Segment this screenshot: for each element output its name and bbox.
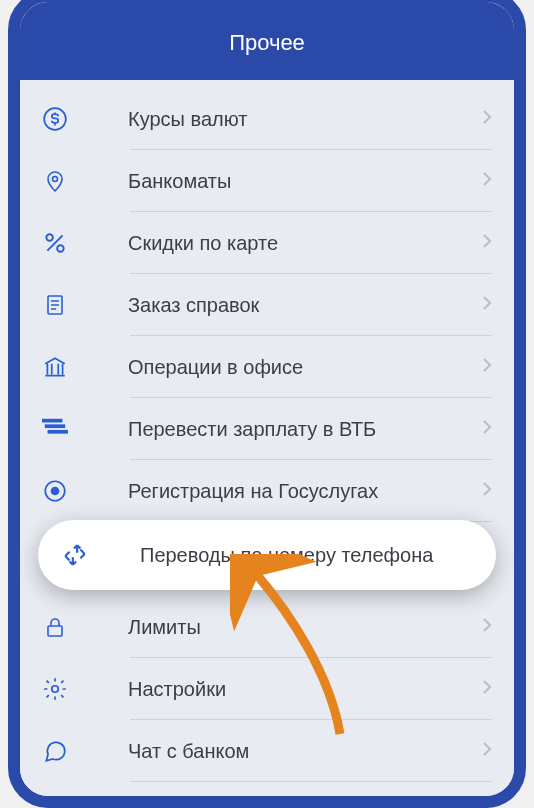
menu-item-label: Настройки <box>128 678 482 701</box>
menu-item-label: Банкоматы <box>128 170 482 193</box>
menu-item-phone-transfers[interactable]: Переводы по номеру телефона <box>38 520 496 590</box>
svg-point-3 <box>57 245 63 252</box>
menu-item-label: Курсы валют <box>128 108 482 131</box>
menu-item-limits[interactable]: Лимиты <box>20 596 514 658</box>
svg-point-1 <box>53 177 58 182</box>
chevron-right-icon <box>482 617 492 637</box>
menu-item-discounts[interactable]: Скидки по карте <box>20 212 514 274</box>
menu-item-office-operations[interactable]: Операции в офисе <box>20 336 514 398</box>
menu-item-gosuslugi[interactable]: Регистрация на Госуслугах <box>20 460 514 522</box>
menu-item-atms[interactable]: Банкоматы <box>20 150 514 212</box>
menu-item-settings[interactable]: Настройки <box>20 658 514 720</box>
bank-building-icon <box>42 354 68 380</box>
gear-icon <box>42 676 68 702</box>
menu-item-label: Переводы по номеру телефона <box>140 544 472 567</box>
phone-call-icon <box>42 800 68 808</box>
dollar-circle-icon <box>42 106 68 132</box>
svg-rect-6 <box>45 424 65 428</box>
chat-bubble-icon <box>42 738 68 764</box>
menu-item-label: Позвонить в банк <box>128 802 482 809</box>
chevron-right-icon <box>482 419 492 439</box>
menu-item-documents-order[interactable]: Заказ справок <box>20 274 514 336</box>
chevron-right-icon <box>482 295 492 315</box>
menu-item-label: Регистрация на Госуслугах <box>128 480 482 503</box>
menu-item-label: Операции в офисе <box>128 356 482 379</box>
document-icon <box>42 292 68 318</box>
menu-item-call-bank[interactable]: Позвонить в банк <box>20 782 514 808</box>
card-stack-icon <box>42 416 68 442</box>
chevron-right-icon <box>482 171 492 191</box>
menu-item-label: Чат с банком <box>128 740 482 763</box>
menu-item-label: Заказ справок <box>128 294 482 317</box>
menu-list: Курсы валют Банкоматы <box>20 80 514 808</box>
svg-rect-7 <box>48 430 68 434</box>
svg-point-2 <box>46 234 53 241</box>
menu-item-salary-transfer[interactable]: Перевести зарплату в ВТБ <box>20 398 514 460</box>
chevron-right-icon <box>482 741 492 761</box>
svg-point-9 <box>51 487 60 496</box>
svg-rect-10 <box>48 626 62 636</box>
chevron-right-icon <box>482 233 492 253</box>
menu-item-label: Скидки по карте <box>128 232 482 255</box>
svg-point-11 <box>52 686 59 693</box>
screen-header: Прочее <box>20 2 514 80</box>
location-pin-icon <box>42 168 68 194</box>
badge-icon <box>42 478 68 504</box>
percent-icon <box>42 230 68 256</box>
menu-item-currency-rates[interactable]: Курсы валют <box>20 88 514 150</box>
screen-title: Прочее <box>229 30 305 55</box>
chevron-right-icon <box>482 803 492 808</box>
chevron-right-icon <box>482 679 492 699</box>
lock-icon <box>42 614 68 640</box>
svg-rect-5 <box>42 419 62 423</box>
chevron-right-icon <box>482 109 492 129</box>
menu-item-chat[interactable]: Чат с банком <box>20 720 514 782</box>
phone-frame: Прочее Курсы валют <box>8 0 526 808</box>
transfer-arrows-icon <box>62 542 88 568</box>
chevron-right-icon <box>482 357 492 377</box>
menu-item-label: Перевести зарплату в ВТБ <box>128 418 482 441</box>
chevron-right-icon <box>482 481 492 501</box>
menu-item-label: Лимиты <box>128 616 482 639</box>
